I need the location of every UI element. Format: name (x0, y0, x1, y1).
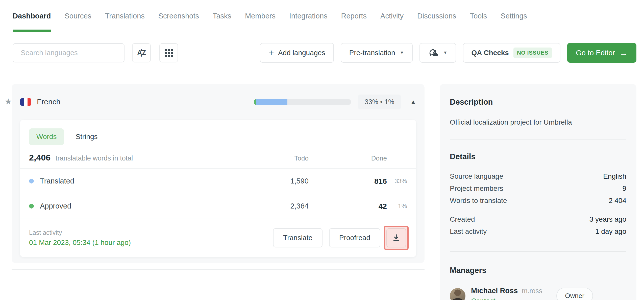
qa-checks-label: QA Checks (472, 49, 509, 57)
download-button[interactable] (386, 228, 406, 247)
detail-value: 9 (622, 184, 626, 193)
search-input[interactable] (13, 43, 125, 62)
total-caption: translatable words in total (56, 154, 258, 162)
stat-label: Translated (29, 177, 258, 185)
column-header-done: Done (309, 154, 387, 162)
approved-done-value: 42 (309, 202, 387, 211)
tab-tasks[interactable]: Tasks (213, 0, 231, 32)
tab-tools[interactable]: Tools (470, 0, 487, 32)
top-nav: Dashboard Sources Translations Screensho… (0, 0, 644, 32)
detail-label: Project members (450, 184, 622, 193)
card-footer: Last activity 01 Mar 2023, 05:34 (1 hour… (20, 219, 416, 257)
last-activity-link[interactable]: 01 Mar 2023, 05:34 (1 hour ago) (29, 239, 131, 247)
translated-dot-icon (29, 179, 34, 183)
totals-header-row: 2,406 translatable words in total Todo D… (20, 145, 416, 168)
avatar (450, 288, 465, 300)
owner-role-badge: Owner (556, 288, 593, 300)
column-header-todo: Todo (258, 154, 309, 162)
go-to-editor-button[interactable]: Go to Editor → (567, 43, 636, 63)
grid-view-icon (165, 49, 173, 57)
manager-row: Michael Ross m.ross Contact Owner (450, 287, 626, 300)
translation-progress-bar (254, 99, 351, 105)
tab-sources[interactable]: Sources (64, 0, 91, 32)
favorite-star-icon[interactable]: ★ (5, 97, 12, 106)
progress-approved-segment (254, 99, 256, 105)
description-heading: Description (450, 98, 626, 107)
detail-value: 1 day ago (595, 227, 626, 236)
go-to-editor-label: Go to Editor (576, 49, 615, 57)
plus-icon: + (268, 48, 274, 58)
language-card-french: French 33% • 1% ▲ Words Strings 2,406 tr… (12, 84, 425, 263)
tab-words[interactable]: Words (29, 128, 64, 145)
detail-value: 2 404 (609, 197, 626, 205)
add-languages-label: Add languages (278, 49, 325, 57)
detail-row-project-members: Project members 9 (450, 184, 626, 197)
project-info-panel: Description Official localization projec… (440, 84, 636, 300)
tab-dashboard[interactable]: Dashboard (13, 0, 51, 32)
translate-button[interactable]: Translate (273, 228, 323, 247)
tab-settings[interactable]: Settings (501, 0, 527, 32)
tab-discussions[interactable]: Discussions (417, 0, 456, 32)
az-sort-icon: ▲AZ▼ (137, 49, 146, 57)
divider (450, 251, 626, 252)
detail-label: Words to translate (450, 197, 609, 205)
qa-checks-button[interactable]: QA Checks NO ISSUES (463, 43, 561, 63)
details-heading: Details (450, 152, 626, 161)
detail-label: Created (450, 215, 589, 223)
french-flag-icon (20, 98, 31, 106)
contact-link[interactable]: Contact (471, 297, 542, 300)
manager-info: Michael Ross m.ross Contact (471, 287, 542, 300)
grid-view-button[interactable] (159, 43, 178, 62)
arrow-right-icon: → (620, 49, 628, 57)
tab-screenshots[interactable]: Screenshots (158, 0, 199, 32)
tab-reports[interactable]: Reports (341, 0, 367, 32)
managers-heading: Managers (450, 266, 626, 275)
stat-label: Approved (29, 202, 258, 210)
tab-integrations[interactable]: Integrations (289, 0, 328, 32)
language-stats-card: Words Strings 2,406 translatable words i… (20, 120, 416, 257)
cloud-sync-icon (428, 48, 439, 58)
sort-az-button[interactable]: ▲AZ▼ (132, 43, 151, 62)
stat-name: Approved (40, 202, 71, 210)
last-activity-block: Last activity 01 Mar 2023, 05:34 (1 hour… (29, 229, 131, 247)
chevron-down-icon: ▼ (400, 50, 404, 55)
add-languages-button[interactable]: + Add languages (260, 43, 334, 63)
approved-todo-value: 2,364 (258, 202, 309, 210)
machine-translation-button[interactable]: ▼ (419, 43, 456, 63)
collapse-chevron-icon[interactable]: ▲ (410, 99, 416, 105)
stats-view-tabs: Words Strings (20, 120, 416, 145)
approved-percent-value: 1% (387, 202, 407, 210)
translated-percent-value: 33% (387, 177, 407, 185)
approved-dot-icon (29, 204, 34, 209)
translated-todo-value: 1,590 (258, 177, 309, 185)
chevron-down-icon: ▼ (443, 50, 448, 55)
tab-translations[interactable]: Translations (105, 0, 145, 32)
last-activity-label: Last activity (29, 229, 131, 236)
detail-row-source-language: Source language English (450, 172, 626, 184)
pre-translation-button[interactable]: Pre-translation ▼ (341, 43, 413, 63)
description-text: Official localization project for Umbrel… (450, 118, 626, 126)
divider (450, 139, 626, 140)
detail-value: English (603, 172, 626, 180)
progress-percent-pill: 33% • 1% (358, 95, 401, 109)
download-icon (392, 233, 401, 242)
tab-strings[interactable]: Strings (76, 133, 97, 141)
detail-label: Source language (450, 172, 603, 180)
tab-members[interactable]: Members (245, 0, 276, 32)
detail-row-created: Created 3 years ago (450, 215, 626, 227)
main-content: ★ French 33% • 1% ▲ Words Strings (12, 84, 636, 300)
progress-translated-segment (256, 99, 287, 105)
stat-row-translated: Translated 1,590 816 33% (20, 169, 416, 194)
stat-row-approved: Approved 2,364 42 1% (20, 194, 416, 219)
proofread-button[interactable]: Proofread (329, 228, 380, 247)
tab-activity[interactable]: Activity (380, 0, 404, 32)
detail-row-last-activity: Last activity 1 day ago (450, 227, 626, 240)
stat-name: Translated (40, 177, 74, 185)
language-card-header[interactable]: French 33% • 1% ▲ (12, 84, 425, 120)
pre-translation-label: Pre-translation (349, 49, 395, 57)
detail-row-words-to-translate: Words to translate 2 404 (450, 197, 626, 209)
translated-done-value: 816 (309, 177, 387, 186)
divider (12, 269, 425, 270)
toolbar: ▲AZ▼ + Add languages Pre-translation ▼ ▼… (13, 43, 636, 63)
total-words: 2,406 (29, 153, 51, 163)
